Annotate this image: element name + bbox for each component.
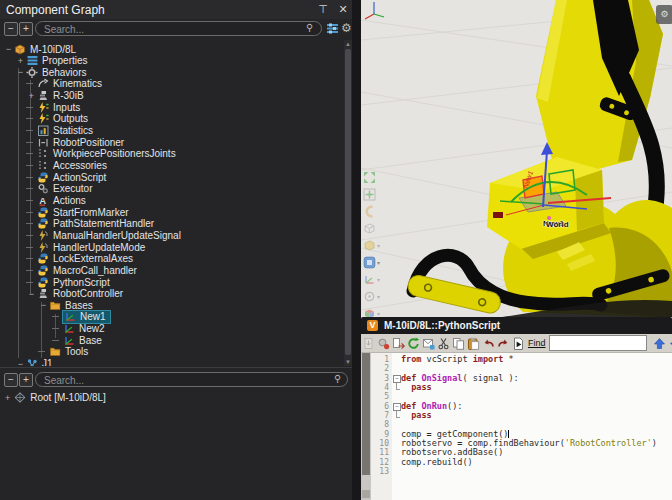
code-line[interactable]: from vcScript import * <box>401 355 672 364</box>
checkin-icon[interactable] <box>362 337 376 350</box>
code-editor[interactable]: 12345678910111213 −− from vcScript impor… <box>361 353 672 500</box>
script-titlebar[interactable]: V M-10iD/8L::PythonScript <box>361 317 672 334</box>
tree-item[interactable]: New1 <box>0 311 344 323</box>
collapse-all-button[interactable]: − <box>4 373 18 387</box>
executor-icon <box>37 183 49 194</box>
wireframe-cube-icon[interactable] <box>362 221 384 238</box>
tree-item[interactable]: Tools <box>0 346 344 358</box>
tree-item[interactable]: Outputs <box>0 113 344 125</box>
tree-item[interactable]: Accessories <box>0 160 344 172</box>
panel-splitter[interactable] <box>352 0 361 500</box>
tree-item[interactable]: MacroCall_handler <box>0 264 344 276</box>
code-scrollbar-thumb[interactable] <box>362 353 370 475</box>
undo-icon[interactable] <box>482 337 496 350</box>
origin-circle-icon[interactable]: ▾ <box>362 289 384 306</box>
fit-view-icon[interactable] <box>362 170 384 187</box>
tree-item[interactable]: −Bases <box>0 299 344 311</box>
tree-item[interactable]: WorkpiecePositionersJoints <box>0 148 344 160</box>
cut-icon[interactable] <box>437 337 451 350</box>
scroll-up-icon[interactable]: ▲ <box>344 41 352 47</box>
refresh-icon[interactable] <box>407 337 421 350</box>
fold-collapse-icon[interactable]: − <box>393 403 401 411</box>
code-line[interactable]: pass <box>401 411 672 420</box>
tree-branch-line <box>26 282 33 283</box>
expander[interactable]: − <box>26 289 37 299</box>
tree-scrollbar[interactable]: ▲ ▼ <box>344 40 352 366</box>
collapse-all-button[interactable]: − <box>4 22 18 36</box>
tree-item[interactable]: ActionScript <box>0 171 344 183</box>
code-segment <box>401 410 411 420</box>
findpage-icon[interactable] <box>512 337 526 350</box>
expander[interactable]: + <box>15 56 26 66</box>
tree-item[interactable]: AActions <box>0 194 344 206</box>
expand-all-button[interactable]: + <box>19 373 33 387</box>
debug-icon[interactable] <box>377 337 391 350</box>
root-tree-item[interactable]: + Root [M-10iD/8L] <box>5 392 106 403</box>
findprev-icon[interactable] <box>653 337 667 350</box>
redo-icon[interactable] <box>497 337 511 350</box>
expand-all-button[interactable]: + <box>19 22 33 36</box>
tree-branch-line <box>26 223 33 224</box>
search-input[interactable]: Search... <box>35 21 322 36</box>
center-view-icon[interactable] <box>362 187 384 204</box>
fold-column[interactable]: −− <box>392 353 401 500</box>
code-line[interactable]: comp.rebuild() <box>401 458 672 467</box>
tree-item[interactable]: LockExternalAxes <box>0 253 344 265</box>
tree-item[interactable]: Base <box>0 334 344 346</box>
code-segment: (): <box>447 401 462 411</box>
send-icon[interactable] <box>422 337 436 350</box>
paste-icon[interactable] <box>467 337 481 350</box>
scrollbar-end-cap <box>362 490 370 498</box>
code-scrollbar[interactable] <box>361 353 371 500</box>
code-line[interactable]: def OnSignal( signal ): <box>401 374 672 383</box>
code-text[interactable]: from vcScript import *def OnSignal( sign… <box>401 353 672 500</box>
expander[interactable]: + <box>5 393 10 403</box>
fold-collapse-icon[interactable]: − <box>393 375 401 383</box>
bottom-search-input[interactable]: Search... <box>35 372 348 387</box>
tree-item[interactable]: StartFromMarker <box>0 206 344 218</box>
tree-item[interactable]: PathStatementHandler <box>0 218 344 230</box>
select-mode-icon[interactable]: ▾ <box>362 255 384 272</box>
tree-item[interactable]: Kinematics <box>0 78 344 90</box>
viewport-options-icon[interactable]: ⚙ <box>656 5 672 24</box>
tree-item[interactable]: −J1 <box>0 358 344 366</box>
tree-item[interactable]: HandlerUpdateMode <box>0 241 344 253</box>
tree-item[interactable]: +R-30iB <box>0 90 344 102</box>
filter-icon[interactable] <box>326 22 339 35</box>
tree-scrollbar-thumb[interactable] <box>345 49 351 355</box>
tree-item[interactable]: −Behaviors <box>0 66 344 78</box>
export-icon[interactable] <box>392 337 406 350</box>
settings-gear-icon[interactable]: ⚙ <box>341 21 352 35</box>
expander[interactable]: + <box>26 91 37 101</box>
close-icon[interactable]: ✕ <box>336 3 350 16</box>
tree-item[interactable]: ManualHandlerUpdateSignal <box>0 229 344 241</box>
tree-item[interactable]: New2 <box>0 323 344 335</box>
findnext-icon[interactable] <box>669 337 672 350</box>
tree-item[interactable]: +Properties <box>0 55 344 67</box>
expander[interactable]: − <box>15 359 26 366</box>
tree-item[interactable]: RobotPositioner <box>0 136 344 148</box>
tree-item[interactable]: Statistics <box>0 125 344 137</box>
tree-item[interactable]: PythonScript <box>0 276 344 288</box>
expander[interactable]: − <box>15 67 26 77</box>
solid-cube-icon[interactable]: ▾ <box>362 238 384 255</box>
tree-item[interactable]: Executor <box>0 183 344 195</box>
scroll-down-icon[interactable]: ▼ <box>344 359 352 365</box>
tree-item[interactable]: −M-10iD/8L <box>0 43 344 55</box>
code-line[interactable]: pass <box>401 383 672 392</box>
code-line[interactable] <box>401 467 672 476</box>
expander[interactable]: − <box>38 300 49 310</box>
copy-icon[interactable] <box>452 337 466 350</box>
code-line[interactable]: def OnRun(): <box>401 402 672 411</box>
actions-icon: A <box>37 195 49 206</box>
3d-viewport[interactable]: New1 World New1 ▾▾▾▾▾ ⚙ <box>361 0 672 318</box>
robot-icon <box>37 90 49 101</box>
find-input[interactable] <box>549 335 647 351</box>
tree-item[interactable]: Inputs <box>0 101 344 113</box>
frame-axes-icon[interactable]: ▾ <box>362 272 384 289</box>
tree-item[interactable]: −RobotController <box>0 288 344 300</box>
expander[interactable]: − <box>3 44 14 54</box>
magnet-snap-icon[interactable] <box>362 204 384 221</box>
pin-icon[interactable]: ⊤ <box>316 3 330 16</box>
tree-branch-line <box>26 200 33 201</box>
